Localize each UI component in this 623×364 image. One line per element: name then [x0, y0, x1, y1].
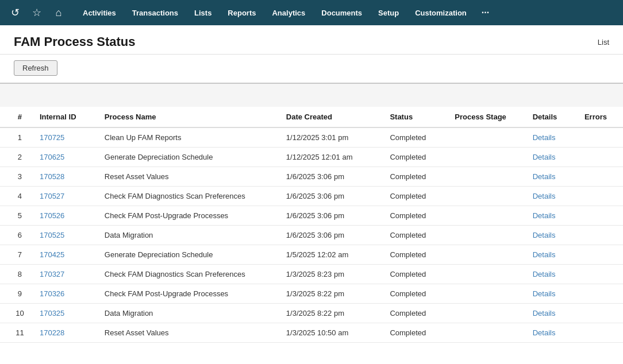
cell-internal-id: 170228 — [33, 323, 98, 343]
cell-internal-id: 170625 — [33, 148, 98, 167]
nav-reports[interactable]: Reports — [220, 0, 264, 25]
cell-process-stage — [448, 226, 525, 245]
table-header-row: # Internal ID Process Name Date Created … — [0, 107, 623, 127]
cell-errors — [578, 127, 623, 148]
cell-errors — [578, 226, 623, 245]
nav-activities[interactable]: Activities — [75, 0, 124, 25]
cell-process-name: Check FAM Post-Upgrade Processes — [98, 206, 279, 226]
internal-id-link[interactable]: 170327 — [40, 270, 64, 278]
cell-date-created: 1/12/2025 3:01 pm — [279, 127, 383, 148]
cell-process-stage — [448, 167, 525, 187]
col-header-internal-id: Internal ID — [33, 107, 98, 127]
cell-process-stage — [448, 127, 525, 148]
cell-num: 7 — [0, 245, 33, 265]
internal-id-link[interactable]: 170526 — [40, 211, 64, 220]
nav-lists[interactable]: Lists — [186, 0, 220, 25]
nav-customization[interactable]: Customization — [407, 0, 475, 25]
table-row: 4 170527 Check FAM Diagnostics Scan Pref… — [0, 187, 623, 206]
internal-id-link[interactable]: 170228 — [40, 328, 64, 337]
cell-internal-id: 170325 — [33, 304, 98, 323]
history-icon[interactable]: ↺ — [5, 2, 25, 23]
refresh-button[interactable]: Refresh — [14, 60, 57, 76]
cell-process-stage — [448, 148, 525, 167]
col-header-errors: Errors — [578, 107, 623, 127]
internal-id-link[interactable]: 170525 — [40, 231, 64, 239]
cell-num: 6 — [0, 226, 33, 245]
internal-id-link[interactable]: 170528 — [40, 172, 64, 181]
star-icon[interactable]: ☆ — [26, 2, 47, 23]
col-header-process-name: Process Name — [98, 107, 279, 127]
cell-process-stage — [448, 187, 525, 206]
cell-internal-id: 170525 — [33, 226, 98, 245]
table-container: # Internal ID Process Name Date Created … — [0, 107, 623, 343]
nav-analytics[interactable]: Analytics — [264, 0, 313, 25]
details-link[interactable]: Details — [533, 211, 556, 220]
cell-errors — [578, 265, 623, 284]
nav-transactions[interactable]: Transactions — [124, 0, 186, 25]
details-link[interactable]: Details — [533, 289, 556, 298]
cell-process-stage — [448, 265, 525, 284]
cell-details: Details — [526, 323, 578, 343]
cell-details: Details — [526, 206, 578, 226]
toolbar: Refresh — [0, 55, 623, 84]
more-menu-button[interactable]: ··· — [476, 7, 495, 18]
cell-process-name: Generate Depreciation Schedule — [98, 148, 279, 167]
cell-status: Completed — [383, 148, 448, 167]
details-link[interactable]: Details — [533, 328, 556, 337]
internal-id-link[interactable]: 170527 — [40, 192, 64, 200]
cell-errors — [578, 304, 623, 323]
home-icon[interactable]: ⌂ — [48, 2, 69, 23]
details-link[interactable]: Details — [533, 250, 556, 259]
cell-errors — [578, 245, 623, 265]
cell-process-name: Data Migration — [98, 226, 279, 245]
cell-process-name: Check FAM Diagnostics Scan Preferences — [98, 265, 279, 284]
cell-status: Completed — [383, 284, 448, 304]
cell-date-created: 1/3/2025 10:50 am — [279, 323, 383, 343]
internal-id-link[interactable]: 170325 — [40, 309, 64, 317]
cell-status: Completed — [383, 127, 448, 148]
table-row: 7 170425 Generate Depreciation Schedule … — [0, 245, 623, 265]
internal-id-link[interactable]: 170625 — [40, 153, 64, 161]
cell-status: Completed — [383, 323, 448, 343]
details-link[interactable]: Details — [533, 153, 556, 161]
details-link[interactable]: Details — [533, 192, 556, 200]
details-link[interactable]: Details — [533, 309, 556, 317]
cell-details: Details — [526, 127, 578, 148]
gray-strip — [0, 95, 623, 107]
cell-date-created: 1/6/2025 3:06 pm — [279, 206, 383, 226]
cell-num: 10 — [0, 304, 33, 323]
table-row: 8 170327 Check FAM Diagnostics Scan Pref… — [0, 265, 623, 284]
cell-process-stage — [448, 323, 525, 343]
cell-errors — [578, 148, 623, 167]
table-row: 10 170325 Data Migration 1/3/2025 8:22 p… — [0, 304, 623, 323]
cell-process-name: Check FAM Post-Upgrade Processes — [98, 284, 279, 304]
internal-id-link[interactable]: 170326 — [40, 289, 64, 298]
page-title: FAM Process Status — [14, 34, 136, 49]
cell-num: 2 — [0, 148, 33, 167]
cell-status: Completed — [383, 167, 448, 187]
internal-id-link[interactable]: 170725 — [40, 133, 64, 142]
top-navigation: ↺ ☆ ⌂ Activities Transactions Lists Repo… — [0, 0, 623, 25]
details-link[interactable]: Details — [533, 133, 556, 142]
cell-details: Details — [526, 245, 578, 265]
process-status-table: # Internal ID Process Name Date Created … — [0, 107, 623, 343]
table-row: 3 170528 Reset Asset Values 1/6/2025 3:0… — [0, 167, 623, 187]
nav-documents[interactable]: Documents — [313, 0, 370, 25]
internal-id-link[interactable]: 170425 — [40, 250, 64, 259]
list-link[interactable]: List — [598, 38, 609, 47]
cell-num: 1 — [0, 127, 33, 148]
cell-process-name: Reset Asset Values — [98, 167, 279, 187]
nav-setup[interactable]: Setup — [370, 0, 407, 25]
details-link[interactable]: Details — [533, 172, 556, 181]
cell-num: 8 — [0, 265, 33, 284]
cell-date-created: 1/3/2025 8:22 pm — [279, 304, 383, 323]
cell-process-stage — [448, 304, 525, 323]
cell-num: 3 — [0, 167, 33, 187]
details-link[interactable]: Details — [533, 231, 556, 239]
cell-status: Completed — [383, 265, 448, 284]
table-row: 6 170525 Data Migration 1/6/2025 3:06 pm… — [0, 226, 623, 245]
details-link[interactable]: Details — [533, 270, 556, 278]
cell-date-created: 1/6/2025 3:06 pm — [279, 187, 383, 206]
cell-process-stage — [448, 284, 525, 304]
cell-date-created: 1/12/2025 12:01 am — [279, 148, 383, 167]
